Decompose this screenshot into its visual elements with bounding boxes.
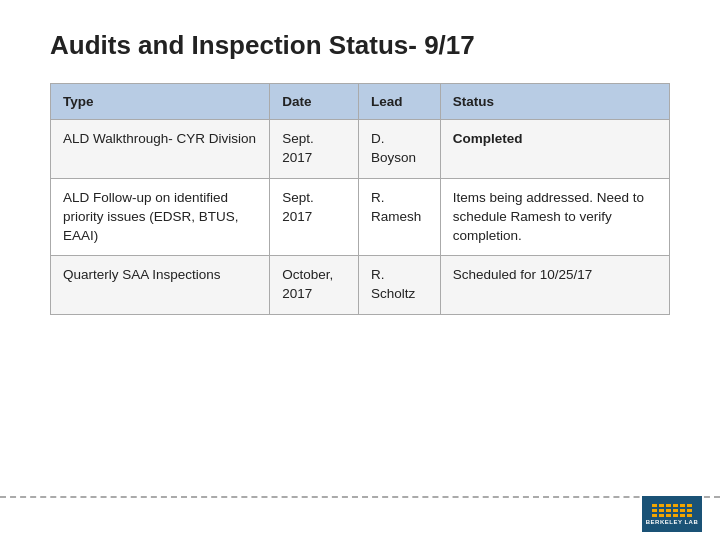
- cell-type: ALD Walkthrough- CYR Division: [51, 120, 270, 179]
- cell-lead: D. Boyson: [358, 120, 440, 179]
- table-row: ALD Walkthrough- CYR DivisionSept. 2017D…: [51, 120, 670, 179]
- cell-lead: R. Scholtz: [358, 256, 440, 315]
- table-header-row: Type Date Lead Status: [51, 84, 670, 120]
- footer-divider: [0, 496, 720, 498]
- logo-text: BERKELEY LAB: [646, 519, 699, 525]
- col-header-type: Type: [51, 84, 270, 120]
- footer-logo: BERKELEY LAB: [642, 496, 702, 532]
- col-header-lead: Lead: [358, 84, 440, 120]
- table-row: ALD Follow-up on identified priority iss…: [51, 178, 670, 256]
- table-row: Quarterly SAA InspectionsOctober, 2017R.…: [51, 256, 670, 315]
- col-header-status: Status: [440, 84, 669, 120]
- cell-date: October, 2017: [270, 256, 359, 315]
- audits-table: Type Date Lead Status ALD Walkthrough- C…: [50, 83, 670, 315]
- page: Audits and Inspection Status- 9/17 Type …: [0, 0, 720, 540]
- cell-date: Sept. 2017: [270, 120, 359, 179]
- cell-date: Sept. 2017: [270, 178, 359, 256]
- col-header-date: Date: [270, 84, 359, 120]
- cell-status: Items being addressed. Need to schedule …: [440, 178, 669, 256]
- cell-type: Quarterly SAA Inspections: [51, 256, 270, 315]
- cell-lead: R. Ramesh: [358, 178, 440, 256]
- cell-status: Completed: [440, 120, 669, 179]
- page-title: Audits and Inspection Status- 9/17: [50, 30, 670, 61]
- cell-status: Scheduled for 10/25/17: [440, 256, 669, 315]
- cell-type: ALD Follow-up on identified priority iss…: [51, 178, 270, 256]
